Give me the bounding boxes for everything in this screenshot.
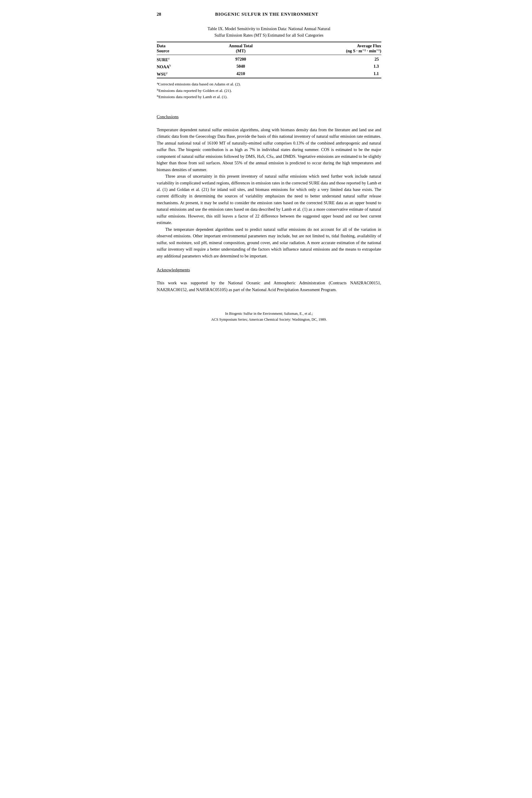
table-footnotes: ᵃCorrected emissions data based on Adams… bbox=[157, 81, 381, 100]
source-cell: NOAAb bbox=[157, 63, 204, 70]
annual-total-cell: 97200 bbox=[204, 55, 280, 63]
avg-flux-cell: 25 bbox=[280, 55, 381, 63]
col1-header: Data Source bbox=[157, 42, 204, 55]
col2-header: Annual Total (MT) bbox=[204, 42, 280, 55]
page-title: BIOGENIC SULFUR IN THE ENVIRONMENT bbox=[161, 12, 373, 17]
footnote-b: ᵇEmissions data reported by Golden et al… bbox=[157, 88, 381, 94]
table-bottom-border-row bbox=[157, 78, 381, 79]
avg-flux-cell: 1.3 bbox=[280, 63, 381, 70]
bottom-citation: In Biogenic Sulfur in the Environment; S… bbox=[157, 311, 381, 322]
annual-total-cell: 4210 bbox=[204, 70, 280, 78]
footnote-a: ᵃCorrected emissions data based on Adams… bbox=[157, 81, 381, 88]
footnote-c: ᵇEmissions data reported by Lamb et al. … bbox=[157, 94, 381, 100]
acknowledgments-section: Acknowledgments This work was supported … bbox=[157, 259, 381, 293]
conclusions-heading: Conclusions bbox=[157, 114, 179, 119]
conclusions-paragraph1: Temperature dependent natural sulfur emi… bbox=[157, 127, 381, 173]
table-row: NOAAb 5040 1.3 bbox=[157, 63, 381, 70]
acknowledgments-text: This work was supported by the National … bbox=[157, 280, 381, 293]
page-number: 28 bbox=[157, 12, 161, 17]
table-header-row: Data Source Annual Total (MT) Average Fl… bbox=[157, 42, 381, 55]
conclusions-section: Conclusions Temperature dependent natura… bbox=[157, 106, 381, 259]
table-row: WSUc 4210 1.1 bbox=[157, 70, 381, 78]
annual-total-cell: 5040 bbox=[204, 63, 280, 70]
avg-flux-cell: 1.1 bbox=[280, 70, 381, 78]
data-table: Data Source Annual Total (MT) Average Fl… bbox=[157, 42, 381, 79]
page-header: 28 BIOGENIC SULFUR IN THE ENVIRONMENT bbox=[157, 12, 381, 17]
table-section: Table IX. Model Sensitivity to Emission … bbox=[157, 26, 381, 100]
col3-header: Average Flux (ng S · m⁻² · min⁻¹) bbox=[280, 42, 381, 55]
citation-line2: ACS Symposium Series; American Chemical … bbox=[211, 317, 327, 321]
acknowledgments-heading: Acknowledgments bbox=[157, 267, 190, 273]
conclusions-paragraph3: The temperature dependent algorithms use… bbox=[157, 226, 381, 259]
source-cell: WSUc bbox=[157, 70, 204, 78]
citation-line1: In Biogenic Sulfur in the Environment; S… bbox=[225, 312, 313, 316]
table-row: SUREa 97200 25 bbox=[157, 55, 381, 63]
source-cell: SUREa bbox=[157, 55, 204, 63]
table-caption: Table IX. Model Sensitivity to Emission … bbox=[157, 26, 381, 39]
conclusions-paragraph2: Three areas of uncertainty in this prese… bbox=[157, 173, 381, 226]
